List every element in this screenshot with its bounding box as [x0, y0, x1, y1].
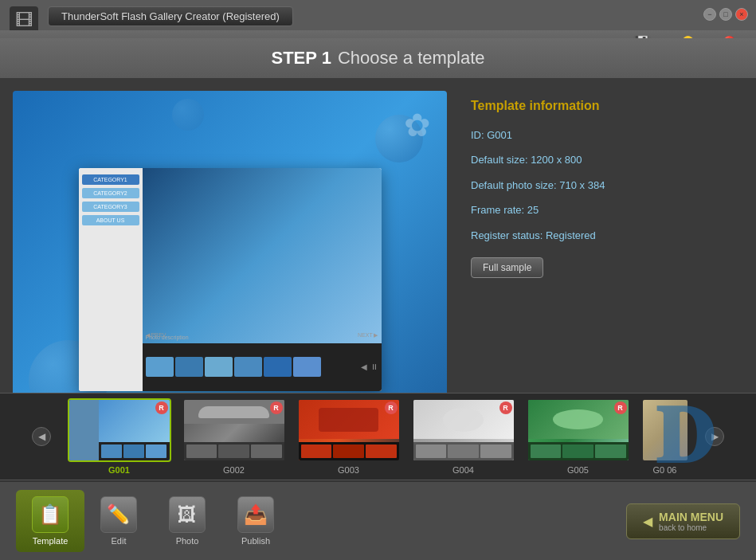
registered-badge-g003: R — [385, 401, 398, 414]
thumb-car-g002 — [184, 400, 284, 424]
publish-nav-label: Publish — [241, 536, 270, 546]
thumb-food-g003 — [299, 400, 399, 439]
thumb-strip-g002 — [184, 442, 284, 460]
template-item-g004[interactable]: R G004 — [412, 398, 515, 475]
template-label-g006: G0 06 — [653, 465, 677, 475]
template-label-g001: G001 — [108, 465, 130, 475]
thumb-bg-g002 — [184, 400, 284, 460]
thumb-bg-g004 — [413, 400, 514, 460]
step-title: Choose a template — [338, 48, 485, 69]
gallery-nav: ◀ PREV NEXT ▶ — [143, 331, 382, 340]
nav-item-publish[interactable]: 📤 Publish — [221, 490, 290, 552]
registered-badge-g005: R — [614, 401, 627, 414]
template-label-g003: G003 — [338, 465, 359, 475]
template-nav-icon: 📋 — [32, 496, 69, 533]
gallery-preview: CATEGORY1 CATEGORY2 CATEGORY3 ABOUT US P… — [79, 168, 382, 391]
registered-badge-g001: R — [155, 401, 168, 414]
thumb-bg-g006 — [643, 400, 687, 460]
thumb-bg-g001 — [69, 400, 170, 460]
info-id: ID: G001 — [471, 126, 735, 144]
registered-badge-g002: R — [270, 401, 283, 414]
thumbnail-3 — [205, 357, 233, 377]
publish-nav-icon: 📤 — [237, 496, 274, 533]
close-button[interactable]: × — [735, 8, 748, 21]
nav-item-photo[interactable]: 🖼 Photo — [153, 490, 221, 552]
thumb-coffee-g004 — [413, 400, 514, 439]
registered-badge-g004: R — [499, 401, 512, 414]
step-header: STEP 1 Choose a template — [0, 38, 756, 78]
thumbnail-1 — [146, 357, 174, 377]
edit-nav-label: Edit — [112, 536, 127, 546]
play-icon: ◀ — [361, 362, 367, 371]
full-sample-button[interactable]: Full sample — [471, 257, 543, 278]
step-label: STEP 1 — [271, 48, 331, 69]
thumb-sidebar-g001 — [69, 400, 100, 460]
info-default-size: Default size: 1200 x 800 — [471, 151, 735, 169]
photo-nav-icon: 🖼 — [169, 496, 206, 533]
template-label-g005: G005 — [567, 465, 589, 475]
gallery-menu-category2: CATEGORY2 — [82, 188, 139, 198]
photo-nav-label: Photo — [176, 536, 199, 546]
template-item-g001[interactable]: R G001 — [68, 398, 171, 475]
bottom-nav: 📋 Template ✏️ Edit 🖼 Photo 📤 Publish ◀ M… — [0, 480, 756, 560]
thumb-thumbstrip-g001 — [99, 442, 169, 460]
playback-controls: ◀ ⏸ — [361, 362, 378, 371]
template-items: R G001 R G002 — [61, 398, 695, 475]
edit-nav-icon: ✏️ — [100, 496, 137, 533]
template-thumb-g004: R — [412, 398, 515, 462]
flower-decor-right: ✿ — [404, 107, 431, 143]
template-item-g002[interactable]: R G002 — [182, 398, 286, 475]
back-btn-main-label: MAIN MENU — [659, 511, 723, 523]
template-thumb-g001: R — [68, 398, 171, 462]
decor-circle-3 — [172, 99, 204, 131]
strip-prev-button[interactable]: ◀ — [32, 427, 51, 446]
template-label-g004: G004 — [452, 465, 474, 475]
thumb-nature-g005 — [528, 400, 629, 439]
info-photo-size: Default photo size: 710 x 384 — [471, 176, 735, 194]
gallery-main-image: Photo description — [143, 168, 382, 343]
prev-label: ◀ PREV — [146, 332, 166, 339]
minimize-button[interactable]: − — [703, 8, 716, 21]
template-info-title: Template information — [471, 99, 735, 113]
thumb-bg-g003 — [299, 400, 399, 460]
gallery-thumbnails: ◀ ⏸ — [143, 343, 382, 391]
thumb-strip-g003 — [299, 442, 399, 460]
maximize-button[interactable]: □ — [719, 8, 732, 21]
back-to-home-button[interactable]: ◀ MAIN MENU back to home — [626, 503, 740, 539]
next-label: NEXT ▶ — [358, 332, 378, 339]
back-btn-sub-label: back to home — [659, 523, 723, 532]
gallery-ocean-image — [143, 168, 382, 343]
pause-icon: ⏸ — [370, 362, 378, 371]
gallery-menu-category3: CATEGORY3 — [82, 202, 139, 212]
gallery-sidebar: CATEGORY1 CATEGORY2 CATEGORY3 ABOUT US — [79, 168, 143, 391]
title-bar: ThunderSoft Flash Gallery Creator (Regis… — [48, 6, 293, 26]
template-item-g005[interactable]: R G005 — [527, 398, 630, 475]
thumbnail-6 — [293, 357, 321, 377]
template-item-g006[interactable]: G0 06 — [641, 398, 689, 475]
thumb-strip-g005 — [528, 442, 629, 460]
template-nav-label: Template — [33, 536, 69, 546]
window-title: ThunderSoft Flash Gallery Creator (Regis… — [61, 10, 280, 22]
template-thumb-g006 — [641, 398, 689, 462]
nav-item-edit[interactable]: ✏️ Edit — [84, 490, 153, 552]
gallery-menu-category1: CATEGORY1 — [82, 174, 139, 185]
thumb-bg-g005 — [528, 400, 629, 460]
back-btn-text: MAIN MENU back to home — [659, 511, 723, 532]
thumb-strip-g004 — [413, 442, 514, 460]
template-thumb-g003: R — [297, 398, 401, 462]
template-label-g002: G002 — [223, 465, 245, 475]
template-strip: ◀ R G001 — [0, 393, 756, 480]
thumbnail-5 — [264, 357, 292, 377]
thumbnail-4 — [234, 357, 262, 377]
info-register-status: Register status: Registered — [471, 226, 735, 245]
back-arrow-icon: ◀ — [643, 514, 652, 529]
template-item-g003[interactable]: R G003 — [297, 398, 401, 475]
gallery-menu-about: ABOUT US — [82, 215, 139, 225]
nav-item-template[interactable]: 📋 Template — [16, 490, 84, 552]
window-controls: − □ × — [703, 8, 748, 21]
template-thumb-g002: R — [182, 398, 286, 462]
info-frame-rate: Frame rate: 25 — [471, 201, 735, 219]
template-thumb-g005: R — [527, 398, 630, 462]
strip-next-button[interactable]: ▶ — [705, 427, 724, 446]
thumbnail-2 — [175, 357, 203, 377]
